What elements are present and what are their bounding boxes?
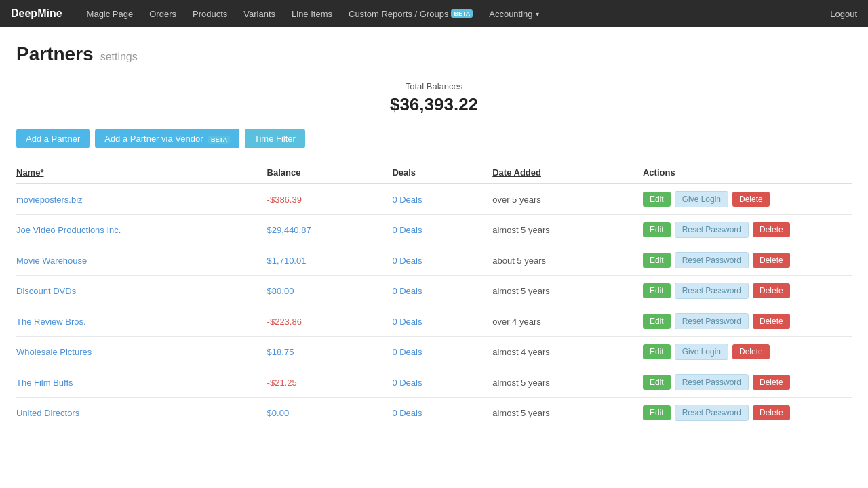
actions-cell: EditReset PasswordDelete <box>643 374 844 390</box>
date-added-value: almost 5 years <box>492 408 550 418</box>
table-row: Discount DVDs$80.000 Dealsalmost 5 years… <box>16 276 852 306</box>
date-added-value: almost 5 years <box>492 378 550 388</box>
balance-value: -$21.25 <box>267 378 297 388</box>
reset-password-button[interactable]: Reset Password <box>675 222 749 238</box>
nav-variants[interactable]: Variants <box>235 0 283 27</box>
table-row: United Directors$0.000 Dealsalmost 5 yea… <box>16 398 852 428</box>
partner-name-link[interactable]: Discount DVDs <box>16 286 76 296</box>
delete-button[interactable]: Delete <box>732 344 770 359</box>
edit-button[interactable]: Edit <box>643 222 671 237</box>
add-partner-vendor-button[interactable]: Add a Partner via Vendor BETA <box>95 129 239 148</box>
partner-name-link[interactable]: movieposters.biz <box>16 195 83 205</box>
date-added-value: about 5 years <box>492 256 546 266</box>
nav-magic-page[interactable]: Magic Page <box>79 0 142 27</box>
balance-value: -$223.86 <box>267 317 302 327</box>
dropdown-arrow-icon: ▾ <box>536 10 539 18</box>
actions-cell: EditGive LoginDelete <box>643 344 844 360</box>
reset-password-button[interactable]: Reset Password <box>675 374 749 390</box>
delete-button[interactable]: Delete <box>753 283 790 298</box>
time-filter-button[interactable]: Time Filter <box>245 129 305 148</box>
table-body: movieposters.biz-$386.390 Dealsover 5 ye… <box>16 184 852 428</box>
add-partner-button[interactable]: Add a Partner <box>16 129 90 148</box>
partner-name-link[interactable]: Wholesale Pictures <box>16 347 92 357</box>
page-subtitle: settings <box>100 51 138 63</box>
balance-value: -$386.39 <box>267 195 302 205</box>
partner-name-link[interactable]: Movie Warehouse <box>16 256 87 266</box>
table-row: Wholesale Pictures$18.750 Dealsalmost 4 … <box>16 337 852 367</box>
actions-cell: EditReset PasswordDelete <box>643 405 844 421</box>
delete-button[interactable]: Delete <box>753 314 790 329</box>
partners-table: Name* Balance Deals Date Added Actions m… <box>16 162 852 428</box>
table-row: The Film Buffs-$21.250 Dealsalmost 5 yea… <box>16 367 852 398</box>
deals-link[interactable]: 0 Deals <box>392 408 422 418</box>
app-logo[interactable]: DeepMine <box>11 7 62 20</box>
vendor-beta-badge: BETA <box>208 136 230 144</box>
actions-cell: EditReset PasswordDelete <box>643 283 844 299</box>
edit-button[interactable]: Edit <box>643 253 671 268</box>
partner-name-link[interactable]: Joe Video Productions Inc. <box>16 225 121 235</box>
balance-value: $80.00 <box>267 286 294 296</box>
date-added-value: almost 5 years <box>492 225 550 235</box>
table-row: The Review Bros.-$223.860 Dealsover 4 ye… <box>16 306 852 337</box>
col-header-date: Date Added <box>492 162 643 184</box>
deals-link[interactable]: 0 Deals <box>392 195 422 205</box>
logout-button[interactable]: Logout <box>830 9 857 19</box>
actions-cell: EditReset PasswordDelete <box>643 222 844 238</box>
edit-button[interactable]: Edit <box>643 405 671 420</box>
deals-link[interactable]: 0 Deals <box>392 317 422 327</box>
deals-link[interactable]: 0 Deals <box>392 286 422 296</box>
reset-password-button[interactable]: Reset Password <box>675 313 749 329</box>
deals-link[interactable]: 0 Deals <box>392 378 422 388</box>
deals-link[interactable]: 0 Deals <box>392 225 422 235</box>
partner-name-link[interactable]: The Review Bros. <box>16 317 86 327</box>
nav-custom-reports[interactable]: Custom Reports / Groups BETA <box>340 0 481 27</box>
table-row: Joe Video Productions Inc.$29,440.870 De… <box>16 215 852 245</box>
reset-password-button[interactable]: Reset Password <box>675 283 749 299</box>
nav-accounting[interactable]: Accounting ▾ <box>481 0 547 27</box>
edit-button[interactable]: Edit <box>643 314 671 329</box>
delete-button[interactable]: Delete <box>732 192 770 207</box>
date-added-value: over 5 years <box>492 195 541 205</box>
deals-link[interactable]: 0 Deals <box>392 256 422 266</box>
nav-line-items[interactable]: Line Items <box>283 0 340 27</box>
table-header-row: Name* Balance Deals Date Added Actions <box>16 162 852 184</box>
total-balances-amount: $36,393.22 <box>16 94 852 115</box>
balance-value: $18.75 <box>267 347 294 357</box>
give-login-button[interactable]: Give Login <box>675 344 728 360</box>
nav-products[interactable]: Products <box>184 0 235 27</box>
total-balances-section: Total Balances $36,393.22 <box>16 81 852 115</box>
table-row: movieposters.biz-$386.390 Dealsover 5 ye… <box>16 184 852 215</box>
reset-password-button[interactable]: Reset Password <box>675 252 749 268</box>
edit-button[interactable]: Edit <box>643 283 671 298</box>
delete-button[interactable]: Delete <box>753 375 790 390</box>
edit-button[interactable]: Edit <box>643 375 671 390</box>
delete-button[interactable]: Delete <box>753 222 790 237</box>
balance-value: $1,710.01 <box>267 256 307 266</box>
nav-orders[interactable]: Orders <box>141 0 184 27</box>
beta-badge: BETA <box>451 9 473 18</box>
nav-links: Magic Page Orders Products Variants Line… <box>79 0 831 27</box>
partner-name-link[interactable]: United Directors <box>16 408 79 418</box>
edit-button[interactable]: Edit <box>643 192 671 207</box>
navbar: DeepMine Magic Page Orders Products Vari… <box>0 0 868 27</box>
reset-password-button[interactable]: Reset Password <box>675 405 749 421</box>
main-content: Partners settings Total Balances $36,393… <box>0 27 868 445</box>
page-title: Partners <box>16 43 94 65</box>
date-added-value: almost 4 years <box>492 347 550 357</box>
action-buttons-row: Add a Partner Add a Partner via Vendor B… <box>16 129 852 148</box>
delete-button[interactable]: Delete <box>753 405 790 420</box>
table-row: Movie Warehouse$1,710.010 Dealsabout 5 y… <box>16 245 852 276</box>
give-login-button[interactable]: Give Login <box>675 191 728 207</box>
delete-button[interactable]: Delete <box>753 253 790 268</box>
deals-link[interactable]: 0 Deals <box>392 347 422 357</box>
col-header-name: Name* <box>16 162 267 184</box>
actions-cell: EditReset PasswordDelete <box>643 252 844 268</box>
balance-value: $29,440.87 <box>267 225 311 235</box>
total-balances-label: Total Balances <box>16 81 852 92</box>
date-added-value: almost 5 years <box>492 286 550 296</box>
edit-button[interactable]: Edit <box>643 344 671 359</box>
partner-name-link[interactable]: The Film Buffs <box>16 378 73 388</box>
date-added-value: over 4 years <box>492 317 541 327</box>
col-header-deals: Deals <box>392 162 492 184</box>
actions-cell: EditReset PasswordDelete <box>643 313 844 329</box>
